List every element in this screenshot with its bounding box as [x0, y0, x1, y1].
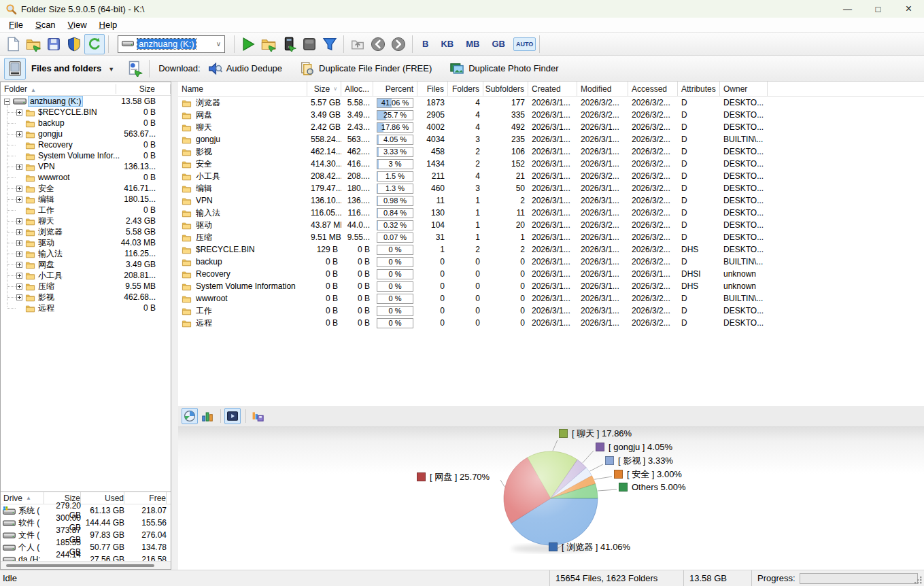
stop-button[interactable] — [299, 34, 320, 54]
tree-item[interactable]: 网盘3.49 GB — [1, 259, 171, 270]
scan-computer-button[interactable] — [279, 34, 299, 54]
drives-column-header-free[interactable]: Free — [124, 492, 167, 504]
folder-row[interactable]: 编辑179.47...180....1.3 %4603502026/3/1...… — [178, 182, 924, 194]
resize-grip[interactable] — [914, 576, 923, 585]
column-header-name[interactable]: Name — [178, 82, 307, 96]
scrollbar-thumb[interactable] — [6, 564, 154, 567]
tree-item[interactable]: 输入法116.25... — [1, 248, 171, 259]
menu-item-scan[interactable]: Scan — [29, 19, 62, 31]
open-button[interactable] — [23, 34, 44, 54]
column-header-percent[interactable]: Percent — [373, 82, 417, 96]
tree-item[interactable]: System Volume Infor...0 B — [1, 150, 171, 161]
download-link[interactable]: Audio Dedupe — [207, 61, 282, 76]
folder-row[interactable]: 压缩9.51 MB9.55...0.07 %31112026/3/1...202… — [178, 231, 924, 243]
folder-row[interactable]: gongju558.24...563....4.05 %403432352026… — [178, 133, 924, 145]
folder-row[interactable]: backup0 B0 B0 %0002026/3/1...2026/3/1...… — [178, 256, 924, 268]
tree-item[interactable]: backup0 B — [1, 118, 171, 128]
folder-row[interactable]: 安全414.30...416....3 %143421522026/3/1...… — [178, 158, 924, 170]
back-button[interactable] — [368, 34, 388, 54]
column-header-alloc[interactable]: Alloc... — [341, 82, 373, 96]
tree-expander-plus[interactable] — [16, 283, 22, 290]
save-button[interactable] — [44, 34, 64, 54]
bar-chart-button[interactable] — [199, 408, 216, 424]
folder-row[interactable]: Recovery0 B0 B0 %0002026/3/1...2026/3/1.… — [178, 268, 924, 280]
unit-button-gb[interactable]: GB — [485, 36, 511, 52]
tree-expander-plus[interactable] — [16, 109, 22, 116]
drives-column-header-drive[interactable]: Drive▲ — [1, 492, 44, 504]
folder-row[interactable]: wwwroot0 B0 B0 %0002026/3/1...2026/3/1..… — [178, 292, 924, 305]
tree-item[interactable]: 编辑180.15... — [1, 194, 171, 205]
column-header-size[interactable]: Size ∨ — [307, 82, 341, 96]
menu-item-help[interactable]: Help — [93, 19, 124, 31]
unit-button-kb[interactable]: KB — [434, 36, 460, 52]
up-folder-button[interactable] — [347, 34, 368, 54]
tree-expander-plus[interactable] — [16, 196, 22, 203]
tree-item[interactable]: 工作0 B — [1, 205, 171, 216]
unit-button-mb[interactable]: MB — [460, 36, 485, 52]
tree-item[interactable]: 小工具208.81... — [1, 270, 171, 281]
menu-item-view[interactable]: View — [62, 19, 93, 31]
scan-start-button[interactable] — [238, 34, 258, 54]
folder-row[interactable]: 网盘3.49 GB3.49...25.7 %290543352026/3/1..… — [178, 109, 924, 121]
column-header-modified[interactable]: Modified — [577, 82, 628, 96]
tree-item[interactable]: Recovery0 B — [1, 139, 171, 150]
tree-item-root[interactable]: anzhuang (K:)13.58 GB — [1, 96, 171, 107]
column-header-subfolders[interactable]: Subfolders — [483, 82, 528, 96]
refresh-button[interactable] — [84, 34, 105, 54]
folder-row[interactable]: 小工具208.42...208....1.5 %2114212026/3/1..… — [178, 170, 924, 182]
elevate-button[interactable] — [64, 34, 84, 54]
tree-expander-minus[interactable] — [4, 99, 10, 105]
folder-row[interactable]: 输入法116.05...116....0.84 %1301112026/3/1.… — [178, 207, 924, 219]
tree-expander-plus[interactable] — [16, 218, 22, 224]
caret-down-icon[interactable]: ▼ — [108, 66, 114, 73]
tree-header-size[interactable]: Size — [116, 84, 171, 94]
filter-button[interactable] — [320, 34, 340, 54]
tree-item[interactable]: 压缩9.55 MB — [1, 281, 171, 292]
close-button[interactable]: × — [893, 0, 924, 18]
minimize-button[interactable]: — — [832, 0, 863, 18]
scan-folder-button[interactable] — [258, 34, 279, 54]
drive-row[interactable]: 系统 (279.20 GB61.13 GB218.07 — [1, 504, 171, 517]
menu-item-file[interactable]: File — [3, 19, 29, 31]
tree-expander-plus[interactable] — [16, 164, 22, 170]
drive-row[interactable]: 文件 (373.87 GB97.83 GB276.04 — [1, 529, 171, 541]
drive-row[interactable]: 个人 (185.55 GB50.77 GB134.78 — [1, 541, 171, 553]
tree-expander-plus[interactable] — [16, 251, 22, 257]
tree-expander-plus[interactable] — [16, 186, 22, 192]
view-selector-label[interactable]: Files and folders — [31, 63, 101, 73]
tree-item[interactable]: 远程0 B — [1, 303, 171, 313]
folder-row[interactable]: $RECYCLE.BIN129 B0 B0 %1222026/3/1...202… — [178, 243, 924, 256]
tree-expander-plus[interactable] — [16, 229, 22, 235]
tree-item[interactable]: 安全416.71... — [1, 183, 171, 194]
new-scan-button[interactable] — [3, 34, 23, 54]
chart-animation-button[interactable] — [224, 408, 241, 424]
unit-button-b[interactable]: B — [416, 36, 434, 52]
tree-item[interactable]: 影视462.68... — [1, 292, 171, 303]
drive-combobox[interactable]: anzhuang (K:) ∨ — [118, 35, 225, 53]
folder-row[interactable]: 影视462.14...462....3.33 %45821062026/3/1.… — [178, 145, 924, 158]
column-header-folders[interactable]: Folders — [448, 82, 483, 96]
column-header-created[interactable]: Created — [528, 82, 577, 96]
column-header-owner[interactable]: Owner — [720, 82, 768, 96]
folder-row[interactable]: 聊天2.42 GB2.43...17.86 %400244922026/3/1.… — [178, 121, 924, 133]
chevron-down-icon[interactable]: ∨ — [216, 40, 221, 48]
column-header-files[interactable]: Files — [417, 82, 448, 96]
tree-item[interactable]: 驱动44.03 MB — [1, 237, 171, 248]
save-chart-button[interactable] — [250, 408, 266, 424]
tree-item[interactable]: wwwroot0 B — [1, 172, 171, 183]
folder-row[interactable]: VPN136.10...136....0.98 %11122026/3/1...… — [178, 194, 924, 207]
forward-button[interactable] — [388, 34, 409, 54]
tree-item[interactable]: 聊天2.43 GB — [1, 216, 171, 226]
tree-expander-plus[interactable] — [16, 262, 22, 268]
tree-item[interactable]: gongju563.67... — [1, 128, 171, 139]
column-header-attributes[interactable]: Attributes — [678, 82, 720, 96]
tree-expander-plus[interactable] — [16, 294, 22, 300]
tree-item[interactable]: $RECYCLE.BIN0 B — [1, 107, 171, 118]
tree-expander-plus[interactable] — [16, 273, 22, 279]
download-link[interactable]: Duplicate File Finder (FREE) — [300, 61, 432, 76]
tree-expander-plus[interactable] — [16, 131, 22, 137]
folder-row[interactable]: 驱动43.87 MB44.0...0.32 %1041202026/3/1...… — [178, 219, 924, 231]
folder-row[interactable]: 远程0 B0 B0 %0002026/3/1...2026/3/1...2026… — [178, 317, 924, 329]
tree-expander-plus[interactable] — [16, 240, 22, 246]
tree-item[interactable]: 浏览器5.58 GB — [1, 226, 171, 237]
